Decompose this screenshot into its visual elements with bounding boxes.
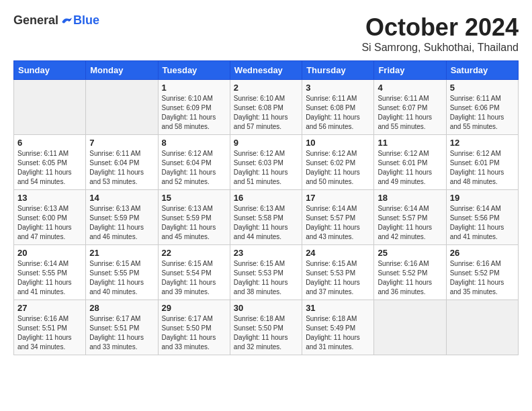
day-info: Sunrise: 6:15 AM Sunset: 5:54 PM Dayligh… [162,259,226,297]
day-info: Sunrise: 6:17 AM Sunset: 5:51 PM Dayligh… [89,314,154,352]
calendar-week-row: 20Sunrise: 6:14 AM Sunset: 5:55 PM Dayli… [14,245,519,300]
calendar-week-row: 1Sunrise: 6:10 AM Sunset: 6:09 PM Daylig… [14,80,519,135]
calendar-day-cell: 14Sunrise: 6:13 AM Sunset: 5:59 PM Dayli… [86,190,158,245]
day-number: 12 [450,138,515,148]
day-info: Sunrise: 6:12 AM Sunset: 6:01 PM Dayligh… [378,149,442,187]
day-of-week-header: Thursday [302,61,374,80]
day-info: Sunrise: 6:11 AM Sunset: 6:05 PM Dayligh… [17,149,82,187]
day-info: Sunrise: 6:12 AM Sunset: 6:03 PM Dayligh… [234,149,298,187]
day-number: 6 [17,138,82,148]
day-info: Sunrise: 6:12 AM Sunset: 6:04 PM Dayligh… [162,149,226,187]
day-number: 21 [89,248,154,258]
day-number: 31 [306,303,370,313]
day-info: Sunrise: 6:13 AM Sunset: 5:59 PM Dayligh… [162,204,226,242]
calendar-day-cell: 20Sunrise: 6:14 AM Sunset: 5:55 PM Dayli… [14,245,86,300]
calendar-day-cell: 16Sunrise: 6:13 AM Sunset: 5:58 PM Dayli… [230,190,302,245]
calendar-empty-cell [14,80,86,135]
day-number: 26 [450,248,515,258]
day-number: 1 [162,83,226,93]
day-number: 8 [162,138,226,148]
calendar-day-cell: 9Sunrise: 6:12 AM Sunset: 6:03 PM Daylig… [230,135,302,190]
day-info: Sunrise: 6:16 AM Sunset: 5:52 PM Dayligh… [378,259,442,297]
month-title: October 2024 [361,13,519,42]
day-info: Sunrise: 6:14 AM Sunset: 5:55 PM Dayligh… [17,259,82,297]
calendar-week-row: 6Sunrise: 6:11 AM Sunset: 6:05 PM Daylig… [14,135,519,190]
day-number: 3 [306,83,370,93]
day-number: 7 [89,138,154,148]
calendar-empty-cell [374,300,446,355]
day-number: 10 [306,138,370,148]
day-number: 20 [17,248,82,258]
day-info: Sunrise: 6:18 AM Sunset: 5:50 PM Dayligh… [234,314,298,352]
calendar-day-cell: 10Sunrise: 6:12 AM Sunset: 6:02 PM Dayli… [302,135,374,190]
calendar-day-cell: 7Sunrise: 6:11 AM Sunset: 6:04 PM Daylig… [86,135,158,190]
day-info: Sunrise: 6:11 AM Sunset: 6:07 PM Dayligh… [378,94,442,132]
day-info: Sunrise: 6:10 AM Sunset: 6:09 PM Dayligh… [162,94,226,132]
day-number: 15 [162,193,226,203]
day-number: 2 [234,83,298,93]
day-number: 14 [89,193,154,203]
day-info: Sunrise: 6:12 AM Sunset: 6:01 PM Dayligh… [450,149,515,187]
day-number: 22 [162,248,226,258]
logo-blue-text: Blue [73,13,99,28]
day-info: Sunrise: 6:12 AM Sunset: 6:02 PM Dayligh… [306,149,370,187]
calendar-week-row: 13Sunrise: 6:13 AM Sunset: 6:00 PM Dayli… [14,190,519,245]
day-info: Sunrise: 6:11 AM Sunset: 6:08 PM Dayligh… [306,94,370,132]
day-info: Sunrise: 6:16 AM Sunset: 5:51 PM Dayligh… [17,314,82,352]
logo-general-text: General [13,13,58,28]
day-number: 17 [306,193,370,203]
calendar-day-cell: 1Sunrise: 6:10 AM Sunset: 6:09 PM Daylig… [158,80,230,135]
calendar-day-cell: 24Sunrise: 6:15 AM Sunset: 5:53 PM Dayli… [302,245,374,300]
day-info: Sunrise: 6:10 AM Sunset: 6:08 PM Dayligh… [234,94,298,132]
day-number: 25 [378,248,442,258]
day-number: 30 [234,303,298,313]
day-info: Sunrise: 6:15 AM Sunset: 5:55 PM Dayligh… [89,259,154,297]
day-of-week-header: Friday [374,61,446,80]
calendar-table: SundayMondayTuesdayWednesdayThursdayFrid… [13,60,519,355]
calendar-week-row: 27Sunrise: 6:16 AM Sunset: 5:51 PM Dayli… [14,300,519,355]
day-of-week-header: Sunday [14,61,86,80]
day-info: Sunrise: 6:15 AM Sunset: 5:53 PM Dayligh… [306,259,370,297]
calendar-day-cell: 28Sunrise: 6:17 AM Sunset: 5:51 PM Dayli… [86,300,158,355]
day-info: Sunrise: 6:15 AM Sunset: 5:53 PM Dayligh… [234,259,298,297]
calendar-day-cell: 18Sunrise: 6:14 AM Sunset: 5:57 PM Dayli… [374,190,446,245]
title-section: October 2024 Si Samrong, Sukhothai, Thai… [361,13,519,54]
day-info: Sunrise: 6:11 AM Sunset: 6:06 PM Dayligh… [450,94,515,132]
calendar-day-cell: 26Sunrise: 6:16 AM Sunset: 5:52 PM Dayli… [446,245,518,300]
logo: General Blue [13,13,99,28]
calendar-day-cell: 11Sunrise: 6:12 AM Sunset: 6:01 PM Dayli… [374,135,446,190]
day-info: Sunrise: 6:14 AM Sunset: 5:57 PM Dayligh… [306,204,370,242]
day-number: 9 [234,138,298,148]
calendar-day-cell: 13Sunrise: 6:13 AM Sunset: 6:00 PM Dayli… [14,190,86,245]
calendar-day-cell: 30Sunrise: 6:18 AM Sunset: 5:50 PM Dayli… [230,300,302,355]
day-info: Sunrise: 6:11 AM Sunset: 6:04 PM Dayligh… [89,149,154,187]
calendar-empty-cell [86,80,158,135]
day-of-week-header: Wednesday [230,61,302,80]
calendar-day-cell: 12Sunrise: 6:12 AM Sunset: 6:01 PM Dayli… [446,135,518,190]
day-of-week-header: Tuesday [158,61,230,80]
day-number: 27 [17,303,82,313]
day-number: 11 [378,138,442,148]
location-title: Si Samrong, Sukhothai, Thailand [361,42,519,54]
calendar-day-cell: 2Sunrise: 6:10 AM Sunset: 6:08 PM Daylig… [230,80,302,135]
logo-bird-icon [60,14,73,28]
calendar-day-cell: 31Sunrise: 6:18 AM Sunset: 5:49 PM Dayli… [302,300,374,355]
calendar-day-cell: 25Sunrise: 6:16 AM Sunset: 5:52 PM Dayli… [374,245,446,300]
day-info: Sunrise: 6:13 AM Sunset: 5:58 PM Dayligh… [234,204,298,242]
calendar-day-cell: 23Sunrise: 6:15 AM Sunset: 5:53 PM Dayli… [230,245,302,300]
calendar-day-cell: 8Sunrise: 6:12 AM Sunset: 6:04 PM Daylig… [158,135,230,190]
day-number: 23 [234,248,298,258]
day-number: 28 [89,303,154,313]
day-number: 24 [306,248,370,258]
day-info: Sunrise: 6:13 AM Sunset: 6:00 PM Dayligh… [17,204,82,242]
calendar-day-cell: 29Sunrise: 6:17 AM Sunset: 5:50 PM Dayli… [158,300,230,355]
day-number: 19 [450,193,515,203]
calendar-day-cell: 22Sunrise: 6:15 AM Sunset: 5:54 PM Dayli… [158,245,230,300]
day-number: 5 [450,83,515,93]
page-header: General Blue October 2024 Si Samrong, Su… [13,13,519,54]
calendar-day-cell: 27Sunrise: 6:16 AM Sunset: 5:51 PM Dayli… [14,300,86,355]
day-info: Sunrise: 6:13 AM Sunset: 5:59 PM Dayligh… [89,204,154,242]
day-of-week-header: Monday [86,61,158,80]
day-info: Sunrise: 6:16 AM Sunset: 5:52 PM Dayligh… [450,259,515,297]
calendar-empty-cell [446,300,518,355]
